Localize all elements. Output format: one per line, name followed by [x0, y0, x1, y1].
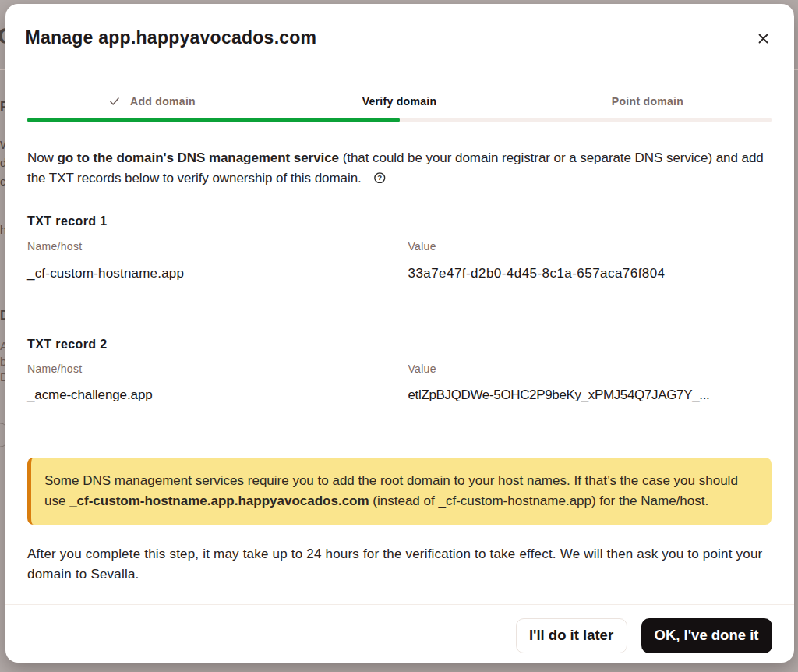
svg-text:?: ?	[377, 173, 382, 182]
